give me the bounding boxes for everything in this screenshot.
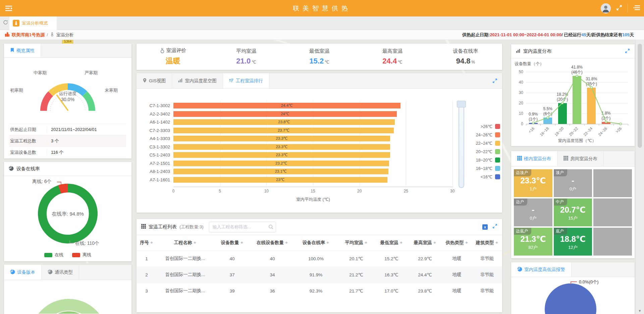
column-header[interactable]: 序号 [137,235,157,251]
legend-item[interactable]: 16~18℃ [463,164,500,173]
user-avatar[interactable] [601,3,611,13]
cell-heat_type: 地暖 [442,267,472,283]
gauge-progress-value: 30.0% [4,97,131,102]
building-cell[interactable] [593,228,632,256]
building-cell[interactable]: 边底户21.3℃82户 [514,228,552,256]
tab-project-ranking[interactable]: 工程室温排行 [223,73,269,88]
column-header[interactable]: 工程名称 [157,235,214,251]
callout-line [571,281,577,282]
legend-item[interactable]: 20~22℃ [463,147,500,156]
online-rate-label: 在线率: 94.8% [4,211,131,217]
column-header[interactable]: 设备数量 [214,235,251,251]
table-row: 2首创国际一二期换...373491.9%21.2℃16.3℃24.4℃地暖非节… [137,267,502,283]
cell-tag: 中户 [554,198,567,206]
tab-gis-view[interactable]: GIS视图 [137,73,172,88]
column-header[interactable]: 最高室温 [408,235,442,251]
sort-caret-icon[interactable] [285,240,288,245]
sort-caret-icon[interactable] [365,240,368,245]
building-cell[interactable]: 底户18.8℃12户 [554,228,592,256]
excel-export-icon[interactable]: x [482,224,488,230]
x-tick [526,124,526,126]
legend-item[interactable]: <16℃ [463,173,500,181]
scrollbar-down-arrow[interactable]: ▼ [636,309,644,313]
cell-online: 40 [251,251,294,267]
tab-star-map[interactable]: 室内温度星空图 [172,73,223,88]
project-count: (工程数量:3) [179,224,204,230]
sort-caret-icon[interactable] [194,240,197,245]
project-table: 序号工程名称设备数量在线设备数量设备在线率平均室温最低室温最高室温供热类型建筑类… [137,235,502,299]
column-header[interactable]: 平均室温 [338,235,375,251]
fullscreen-icon[interactable] [616,5,622,12]
building-cell[interactable]: 中户20.7℃15户 [554,198,592,226]
building-cell[interactable] [593,169,632,197]
sort-caret-icon[interactable] [240,240,244,245]
sort-caret-icon[interactable] [495,240,498,245]
tab-room-distribution[interactable]: 房间室温分布 [557,151,604,166]
tab-temp-alarm[interactable]: 室内温度高低温报警 [511,262,572,277]
bar-category-label: A6-1-1402 [137,119,170,125]
legend-item[interactable]: 在线 [44,252,63,258]
refresh-icon[interactable] [3,20,8,26]
tab-device-version[interactable]: 设备版本 [4,265,42,280]
column-header[interactable]: 供热类型 [442,235,472,251]
table-row: 3首创国际一二期换...393692.3%21.7℃17.0℃23.8℃地暖非节… [137,283,502,299]
cell-tag: 顶户 [554,169,567,176]
sort-caret-icon[interactable] [400,240,403,245]
panel-title: 室内温度分布 [523,48,551,54]
tab-comm-type[interactable]: 通讯类型 [42,265,79,280]
building-temp-panel: 楼内室温分布 房间室温分布 边顶户23.3℃1户顶户-0户边户-0户中户20.7… [511,151,635,258]
expand-icon[interactable] [492,224,497,230]
search-icon[interactable] [268,224,273,231]
cell-max: 24.4℃ [408,267,442,283]
breadcrumb-source[interactable]: 联美浑南1号热源 [12,32,45,38]
y-tick-label: 40 [511,80,523,85]
x-tick [570,124,570,126]
cell-name[interactable]: 首创国际一二期换... [157,267,214,283]
legend-swatch [495,141,500,146]
cell-devices: 37 [214,267,251,283]
cell-index: 3 [137,283,157,299]
bar-category-label: C7-2-3303 [137,128,170,133]
x-tick-label: 5 [215,189,225,193]
project-search-input[interactable] [209,222,276,232]
column-header[interactable]: 在线设备数量 [251,235,294,251]
x-tick-label: 20 [355,189,365,193]
ranking-panel: GIS视图 室内温度星空图 工程室温排行 室内平均温度 (℃) >26℃24~2… [137,73,502,213]
building-cell[interactable] [593,198,632,226]
legend-item[interactable]: 离线 [72,252,91,258]
sort-caret-icon[interactable] [465,240,468,245]
stat-item: 设备在线率94.8% [429,44,502,70]
legend-item[interactable]: 24~26℃ [463,131,500,139]
cell-name[interactable]: 首创国际一二期换... [157,283,214,299]
legend-item[interactable]: 18~20℃ [463,156,500,164]
grid-icon [141,224,146,230]
sort-caret-icon[interactable] [433,240,436,245]
stat-item: 室温评价温暖 [137,44,210,70]
column-header[interactable]: 建筑类型 [472,235,502,251]
sort-caret-icon[interactable] [326,240,329,245]
tab-room-temp-overview[interactable]: 室温分析概览 [9,16,57,30]
column-header[interactable]: 设备在线率 [294,235,338,251]
cell-avg: 21.7℃ [338,283,375,299]
building-cell[interactable]: 边户-0户 [514,198,552,226]
tab-overview-attrs[interactable]: 概览属性 [4,44,41,57]
tab-building-distribution[interactable]: 楼内室温分布 [511,151,557,166]
building-cell[interactable]: 顶户-0户 [554,169,592,197]
panel-toggle-icon[interactable] [633,5,640,12]
stats-bar: 室温评价温暖平均室温21.0℃最低室温15.2℃最高室温24.4℃设备在线率94… [137,44,502,70]
legend-item[interactable]: 22~24℃ [463,139,500,147]
legend-item[interactable]: >26℃ [463,122,500,131]
sort-caret-icon[interactable] [150,240,153,245]
stat-value: 21.0℃ [236,57,256,65]
cell-devices: 40 [214,251,251,267]
expand-icon[interactable] [625,48,630,54]
cell-name[interactable]: 首创国际一二期换... [157,251,214,267]
building-cell[interactable]: 边顶户23.3℃1户 [514,169,552,197]
cell-temperature: 20.7℃ [554,205,592,215]
column-header[interactable]: 最低室温 [375,235,408,251]
cell-household-count: 15户 [554,215,592,221]
expand-icon[interactable] [492,73,502,88]
scrollbar-thumb[interactable] [638,44,642,148]
grid-icon [517,156,522,162]
vertical-scrollbar[interactable]: ▼ [635,40,644,314]
